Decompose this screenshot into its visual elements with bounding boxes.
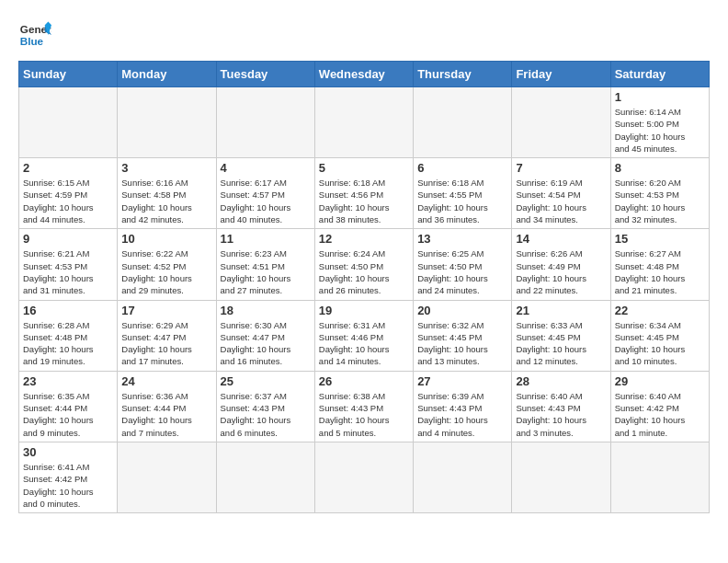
day-number: 8	[615, 161, 705, 175]
calendar-day: 18Sunrise: 6:30 AM Sunset: 4:47 PM Dayli…	[216, 300, 314, 371]
day-info: Sunrise: 6:14 AM Sunset: 5:00 PM Dayligh…	[615, 106, 705, 155]
calendar-day: 2Sunrise: 6:15 AM Sunset: 4:59 PM Daylig…	[19, 158, 118, 229]
day-info: Sunrise: 6:15 AM Sunset: 4:59 PM Dayligh…	[23, 177, 113, 225]
day-info: Sunrise: 6:24 AM Sunset: 4:50 PM Dayligh…	[319, 247, 409, 296]
calendar-day: 25Sunrise: 6:37 AM Sunset: 4:43 PM Dayli…	[216, 371, 314, 442]
day-number: 12	[319, 232, 409, 246]
calendar-day: 12Sunrise: 6:24 AM Sunset: 4:50 PM Dayli…	[314, 229, 413, 300]
day-info: Sunrise: 6:40 AM Sunset: 4:42 PM Dayligh…	[615, 390, 705, 439]
calendar-day	[118, 87, 216, 158]
weekday-header-row: SundayMondayTuesdayWednesdayThursdayFrid…	[19, 62, 710, 87]
calendar-body: 1Sunrise: 6:14 AM Sunset: 5:00 PM Daylig…	[19, 87, 710, 513]
calendar-day: 13Sunrise: 6:25 AM Sunset: 4:50 PM Dayli…	[414, 229, 512, 300]
calendar-day: 23Sunrise: 6:35 AM Sunset: 4:44 PM Dayli…	[19, 371, 118, 442]
day-number: 23	[23, 374, 113, 388]
day-info: Sunrise: 6:18 AM Sunset: 4:55 PM Dayligh…	[417, 177, 507, 225]
day-info: Sunrise: 6:19 AM Sunset: 4:54 PM Dayligh…	[516, 177, 606, 225]
calendar-week-row: 30Sunrise: 6:41 AM Sunset: 4:42 PM Dayli…	[19, 442, 710, 512]
day-number: 27	[417, 374, 507, 388]
day-number: 24	[121, 374, 211, 388]
calendar-day	[314, 87, 413, 158]
calendar-day: 5Sunrise: 6:18 AM Sunset: 4:56 PM Daylig…	[314, 158, 413, 229]
day-number: 1	[615, 90, 705, 104]
calendar-week-row: 2Sunrise: 6:15 AM Sunset: 4:59 PM Daylig…	[19, 158, 710, 229]
day-number: 29	[615, 374, 705, 388]
day-info: Sunrise: 6:39 AM Sunset: 4:43 PM Dayligh…	[417, 390, 507, 439]
calendar-week-row: 16Sunrise: 6:28 AM Sunset: 4:48 PM Dayli…	[19, 300, 710, 371]
day-number: 9	[23, 232, 113, 246]
day-number: 22	[615, 304, 705, 317]
logo-icon: General Blue	[18, 18, 51, 52]
day-info: Sunrise: 6:21 AM Sunset: 4:53 PM Dayligh…	[23, 247, 113, 296]
day-number: 14	[516, 232, 606, 246]
calendar-day: 6Sunrise: 6:18 AM Sunset: 4:55 PM Daylig…	[414, 158, 512, 229]
weekday-wednesday: Wednesday	[314, 62, 413, 87]
calendar-week-row: 1Sunrise: 6:14 AM Sunset: 5:00 PM Daylig…	[19, 87, 710, 158]
day-info: Sunrise: 6:32 AM Sunset: 4:45 PM Dayligh…	[417, 319, 507, 368]
day-info: Sunrise: 6:16 AM Sunset: 4:58 PM Dayligh…	[121, 177, 211, 225]
day-number: 30	[23, 445, 113, 459]
day-info: Sunrise: 6:29 AM Sunset: 4:47 PM Dayligh…	[121, 319, 211, 368]
calendar-day: 14Sunrise: 6:26 AM Sunset: 4:49 PM Dayli…	[512, 229, 610, 300]
day-number: 26	[319, 374, 409, 388]
page-header: General Blue	[18, 18, 710, 52]
day-number: 4	[221, 161, 311, 175]
day-number: 15	[615, 232, 705, 246]
day-number: 2	[23, 161, 113, 175]
calendar-day: 29Sunrise: 6:40 AM Sunset: 4:42 PM Dayli…	[610, 371, 709, 442]
calendar-day	[414, 442, 512, 512]
day-info: Sunrise: 6:28 AM Sunset: 4:48 PM Dayligh…	[23, 319, 113, 368]
day-number: 7	[516, 161, 606, 175]
day-info: Sunrise: 6:38 AM Sunset: 4:43 PM Dayligh…	[319, 390, 409, 439]
day-number: 11	[221, 232, 311, 246]
day-info: Sunrise: 6:18 AM Sunset: 4:56 PM Dayligh…	[319, 177, 409, 225]
day-info: Sunrise: 6:35 AM Sunset: 4:44 PM Dayligh…	[23, 390, 113, 439]
day-info: Sunrise: 6:31 AM Sunset: 4:46 PM Dayligh…	[319, 319, 409, 368]
day-info: Sunrise: 6:40 AM Sunset: 4:43 PM Dayligh…	[516, 390, 606, 439]
day-info: Sunrise: 6:30 AM Sunset: 4:47 PM Dayligh…	[221, 319, 311, 368]
calendar-day: 27Sunrise: 6:39 AM Sunset: 4:43 PM Dayli…	[414, 371, 512, 442]
weekday-sunday: Sunday	[19, 62, 118, 87]
day-info: Sunrise: 6:17 AM Sunset: 4:57 PM Dayligh…	[221, 177, 311, 225]
calendar-day	[512, 442, 610, 512]
day-number: 13	[417, 232, 507, 246]
calendar-day	[314, 442, 413, 512]
day-number: 5	[319, 161, 409, 175]
day-info: Sunrise: 6:20 AM Sunset: 4:53 PM Dayligh…	[615, 177, 705, 225]
calendar-day: 1Sunrise: 6:14 AM Sunset: 5:00 PM Daylig…	[610, 87, 709, 158]
calendar-day: 20Sunrise: 6:32 AM Sunset: 4:45 PM Dayli…	[414, 300, 512, 371]
day-number: 21	[516, 304, 606, 317]
calendar-day	[19, 87, 118, 158]
weekday-thursday: Thursday	[414, 62, 512, 87]
weekday-monday: Monday	[118, 62, 216, 87]
calendar-day: 11Sunrise: 6:23 AM Sunset: 4:51 PM Dayli…	[216, 229, 314, 300]
day-info: Sunrise: 6:27 AM Sunset: 4:48 PM Dayligh…	[615, 247, 705, 296]
calendar-table: SundayMondayTuesdayWednesdayThursdayFrid…	[18, 61, 710, 513]
day-number: 28	[516, 374, 606, 388]
logo: General Blue	[18, 18, 51, 52]
weekday-saturday: Saturday	[610, 62, 709, 87]
calendar-day: 10Sunrise: 6:22 AM Sunset: 4:52 PM Dayli…	[118, 229, 216, 300]
day-info: Sunrise: 6:41 AM Sunset: 4:42 PM Dayligh…	[23, 461, 113, 510]
calendar-week-row: 9Sunrise: 6:21 AM Sunset: 4:53 PM Daylig…	[19, 229, 710, 300]
day-info: Sunrise: 6:22 AM Sunset: 4:52 PM Dayligh…	[121, 247, 211, 296]
day-number: 25	[221, 374, 311, 388]
calendar-day: 26Sunrise: 6:38 AM Sunset: 4:43 PM Dayli…	[314, 371, 413, 442]
day-number: 19	[319, 304, 409, 317]
calendar-day: 16Sunrise: 6:28 AM Sunset: 4:48 PM Dayli…	[19, 300, 118, 371]
calendar-day	[118, 442, 216, 512]
calendar-day: 3Sunrise: 6:16 AM Sunset: 4:58 PM Daylig…	[118, 158, 216, 229]
calendar-day: 24Sunrise: 6:36 AM Sunset: 4:44 PM Dayli…	[118, 371, 216, 442]
calendar-day: 8Sunrise: 6:20 AM Sunset: 4:53 PM Daylig…	[610, 158, 709, 229]
day-info: Sunrise: 6:25 AM Sunset: 4:50 PM Dayligh…	[417, 247, 507, 296]
day-number: 3	[121, 161, 211, 175]
calendar-day: 7Sunrise: 6:19 AM Sunset: 4:54 PM Daylig…	[512, 158, 610, 229]
weekday-friday: Friday	[512, 62, 610, 87]
day-info: Sunrise: 6:34 AM Sunset: 4:45 PM Dayligh…	[615, 319, 705, 368]
svg-text:Blue: Blue	[20, 35, 44, 47]
calendar-day: 17Sunrise: 6:29 AM Sunset: 4:47 PM Dayli…	[118, 300, 216, 371]
day-number: 6	[417, 161, 507, 175]
calendar-day: 21Sunrise: 6:33 AM Sunset: 4:45 PM Dayli…	[512, 300, 610, 371]
calendar-day: 15Sunrise: 6:27 AM Sunset: 4:48 PM Dayli…	[610, 229, 709, 300]
day-info: Sunrise: 6:36 AM Sunset: 4:44 PM Dayligh…	[121, 390, 211, 439]
